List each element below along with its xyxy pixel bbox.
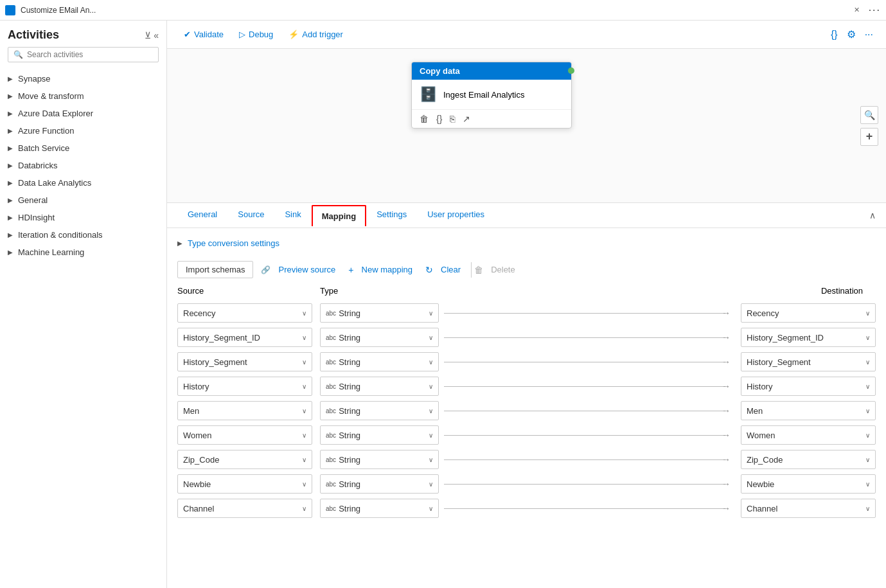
dest-select[interactable]: Women ∨: [741, 425, 876, 445]
source-select[interactable]: Newbie ∨: [177, 474, 312, 494]
chevron-down-icon: ∨: [429, 407, 433, 414]
debug-button[interactable]: ▷ Debug: [233, 26, 279, 43]
sidebar-item-general[interactable]: ▶ General: [0, 192, 166, 209]
more-options-icon[interactable]: ···: [862, 26, 876, 43]
canvas-zoom-in-button[interactable]: +: [860, 128, 878, 146]
source-select[interactable]: Channel ∨: [177, 499, 312, 518]
type-select[interactable]: abc String ∨: [320, 352, 439, 371]
chevron-right-icon: ▶: [8, 197, 13, 204]
source-select[interactable]: Men ∨: [177, 401, 312, 420]
dest-select[interactable]: Men ∨: [741, 401, 876, 420]
chevron-down-icon: ∨: [429, 310, 433, 317]
right-panel: ✔ Validate ▷ Debug ⚡ Add trigger {} ⚙ ··…: [167, 21, 886, 588]
source-select[interactable]: Women ∨: [177, 425, 312, 445]
dest-select[interactable]: History_Segment ∨: [741, 352, 876, 371]
sidebar-item-synapse[interactable]: ▶ Synapse: [0, 70, 166, 87]
chevron-down-icon: ∨: [429, 359, 433, 366]
sidebar-collapse-icon-2[interactable]: «: [154, 30, 159, 40]
close-button[interactable]: ✕: [850, 4, 864, 15]
tab-user-properties[interactable]: User properties: [417, 203, 495, 227]
sidebar-item-machine-learning[interactable]: ▶ Machine Learning: [0, 244, 166, 261]
tab-general[interactable]: General: [177, 203, 227, 227]
copy-node-icon[interactable]: ⎘: [450, 114, 455, 124]
code-icon[interactable]: {}: [828, 26, 840, 43]
chevron-down-icon: ∨: [429, 481, 433, 488]
sidebar-item-label: General: [18, 195, 48, 205]
delete-node-icon[interactable]: 🗑: [420, 114, 429, 124]
panel-collapse-icon[interactable]: ∧: [869, 210, 876, 220]
dest-select[interactable]: History ∨: [741, 377, 876, 396]
new-mapping-button[interactable]: New mapping: [354, 262, 421, 278]
type-select[interactable]: abc String ∨: [320, 328, 439, 347]
arrow-line: [444, 508, 725, 509]
main-layout: Activities ⊻ « 🔍 ▶ Synapse ▶ Move & tran…: [0, 21, 886, 588]
col-header-type: Type: [320, 286, 455, 296]
type-select[interactable]: abc String ∨: [320, 303, 439, 323]
chevron-right-icon: ▶: [8, 162, 13, 169]
sidebar-item-label: Machine Learning: [18, 247, 84, 257]
canvas-area: Copy data 🗄️ Ingest Email Analytics 🗑 {}…: [167, 49, 886, 203]
dest-select[interactable]: Zip_Code ∨: [741, 450, 876, 469]
node-header: Copy data: [412, 62, 571, 80]
canvas-search-button[interactable]: 🔍: [860, 106, 878, 124]
sidebar-item-azure-function[interactable]: ▶ Azure Function: [0, 122, 166, 139]
debug-icon: ▷: [239, 30, 245, 39]
chevron-down-icon: ∨: [865, 432, 870, 439]
chevron-down-icon: ∨: [302, 432, 306, 439]
source-select[interactable]: History_Segment ∨: [177, 352, 312, 371]
arrow-node-icon[interactable]: ↗: [463, 114, 470, 124]
preview-source-button[interactable]: Preview source: [270, 262, 343, 278]
settings-icon[interactable]: ⚙: [844, 26, 858, 43]
dest-select[interactable]: Newbie ∨: [741, 474, 876, 494]
type-select[interactable]: abc String ∨: [320, 450, 439, 469]
sidebar-item-label: Data Lake Analytics: [18, 178, 91, 188]
type-select[interactable]: abc String ∨: [320, 401, 439, 420]
source-select[interactable]: Recency ∨: [177, 303, 312, 323]
chevron-down-icon: ∨: [302, 407, 306, 414]
type-select[interactable]: abc String ∨: [320, 377, 439, 396]
tab-sink[interactable]: Sink: [274, 203, 311, 227]
sidebar-item-batch-service[interactable]: ▶ Batch Service: [0, 139, 166, 157]
chevron-down-icon: ∨: [429, 383, 433, 390]
type-select[interactable]: abc String ∨: [320, 499, 439, 518]
search-box[interactable]: 🔍: [8, 47, 159, 62]
sidebar-item-data-lake[interactable]: ▶ Data Lake Analytics: [0, 174, 166, 192]
code-node-icon[interactable]: {}: [436, 114, 442, 124]
source-select[interactable]: Zip_Code ∨: [177, 450, 312, 469]
sidebar-item-databricks[interactable]: ▶ Databricks: [0, 157, 166, 174]
tab-source[interactable]: Source: [227, 203, 274, 227]
chevron-down-icon: ∨: [302, 456, 306, 463]
delete-button[interactable]: Delete: [483, 262, 523, 278]
search-input[interactable]: [27, 50, 153, 59]
chevron-down-icon: ∨: [302, 359, 306, 366]
clear-button[interactable]: Clear: [433, 262, 468, 278]
dest-select[interactable]: Channel ∨: [741, 499, 876, 518]
sidebar-collapse-icon-1[interactable]: ⊻: [145, 30, 151, 40]
type-select[interactable]: abc String ∨: [320, 425, 439, 445]
add-trigger-button[interactable]: ⚡ Add trigger: [282, 26, 350, 43]
mapping-col-headers: Source Type Destination: [177, 286, 876, 301]
tab-settings[interactable]: Settings: [366, 203, 417, 227]
sidebar-item-move-transform[interactable]: ▶ Move & transform: [0, 87, 166, 105]
title-bar: Customize EMail An... ✕ ···: [0, 0, 886, 21]
source-select[interactable]: History ∨: [177, 377, 312, 396]
validate-icon: ✔: [184, 30, 191, 39]
dest-select[interactable]: History_Segment_ID ∨: [741, 328, 876, 347]
arrow-line: [444, 484, 725, 485]
sidebar-item-azure-data-explorer[interactable]: ▶ Azure Data Explorer: [0, 105, 166, 122]
dest-select[interactable]: Recency ∨: [741, 303, 876, 323]
mapping-row: Men ∨ abc String ∨ Men ∨: [177, 398, 876, 423]
sidebar-item-iteration[interactable]: ▶ Iteration & conditionals: [0, 226, 166, 244]
import-schemas-button[interactable]: Import schemas: [177, 261, 253, 278]
source-select[interactable]: History_Segment_ID ∨: [177, 328, 312, 347]
validate-button[interactable]: ✔ Validate: [177, 26, 230, 43]
copy-data-node[interactable]: Copy data 🗄️ Ingest Email Analytics 🗑 {}…: [411, 62, 572, 129]
sidebar-item-hdinsight[interactable]: ▶ HDInsight: [0, 209, 166, 226]
status-dot: [568, 67, 574, 74]
tab-mapping[interactable]: Mapping: [312, 205, 366, 226]
mapping-toolbar: Import schemas 🔗 Preview source + New ma…: [177, 256, 876, 286]
type-conversion-settings[interactable]: ▶ Type conversion settings: [177, 236, 876, 256]
refresh-icon: ↻: [425, 265, 433, 275]
type-select[interactable]: abc String ∨: [320, 474, 439, 494]
more-button[interactable]: ···: [869, 4, 881, 16]
